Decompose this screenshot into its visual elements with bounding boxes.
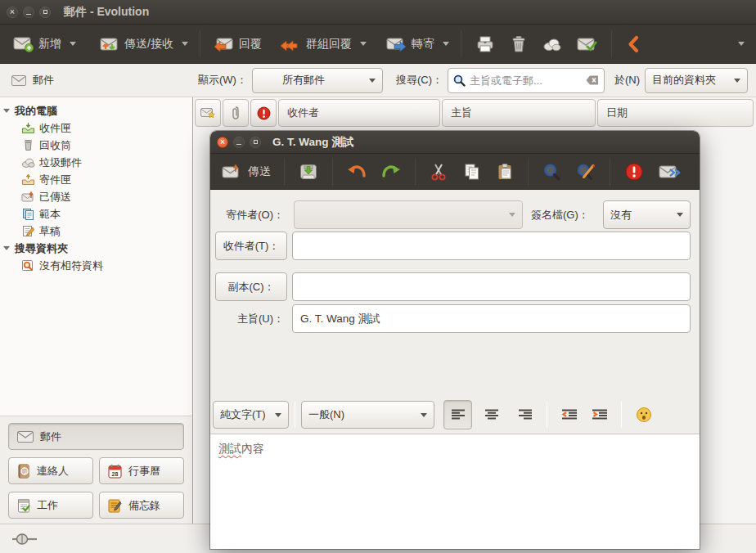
undo-icon bbox=[347, 164, 367, 180]
close-icon[interactable] bbox=[217, 137, 228, 148]
subject-row: 主旨(U)： bbox=[210, 304, 700, 334]
format-mode-dropdown[interactable]: 純文字(T) bbox=[213, 401, 289, 429]
to-button[interactable]: 收件者(T)： bbox=[215, 232, 287, 260]
align-right-button[interactable] bbox=[511, 400, 539, 429]
copy-button[interactable] bbox=[455, 158, 488, 186]
tree-node-unmatched[interactable]: 沒有相符資料 bbox=[0, 257, 192, 274]
date-column-header[interactable]: 日期 bbox=[597, 99, 754, 127]
mark-important-button[interactable] bbox=[617, 157, 651, 187]
scope-label: 於(N) bbox=[614, 73, 640, 88]
show-filter-dropdown[interactable]: 所有郵件 bbox=[252, 68, 383, 93]
switcher-memos-button[interactable]: 備忘錄 bbox=[99, 492, 184, 519]
previous-message-button[interactable] bbox=[619, 30, 648, 58]
paste-button[interactable] bbox=[488, 158, 521, 186]
print-button[interactable] bbox=[468, 30, 502, 58]
redirect-button[interactable] bbox=[651, 159, 688, 185]
reply-button[interactable]: 回覆 bbox=[207, 31, 268, 57]
reply-icon bbox=[214, 36, 234, 52]
inbox-icon bbox=[21, 122, 35, 134]
mail-icon bbox=[11, 75, 26, 86]
to-row: 收件者(T)： bbox=[210, 232, 700, 261]
to-column-header[interactable]: 收件者 bbox=[278, 99, 440, 127]
templates-icon bbox=[21, 208, 35, 220]
tree-node-search-folders[interactable]: 搜尋資料夾 bbox=[0, 240, 192, 257]
tree-node-inbox[interactable]: 收件匣 bbox=[0, 119, 192, 137]
maximize-icon[interactable] bbox=[250, 137, 261, 148]
new-mail-dropdown-icon[interactable] bbox=[70, 42, 76, 46]
attachment-column-header[interactable] bbox=[223, 99, 249, 127]
redo-button[interactable] bbox=[374, 159, 408, 185]
group-reply-dropdown-icon[interactable] bbox=[360, 42, 367, 46]
tree-node-this-computer[interactable]: 我的電腦 bbox=[0, 102, 192, 119]
subject-input[interactable] bbox=[292, 304, 691, 333]
switcher-contacts-button[interactable]: @ 連絡人 bbox=[8, 457, 93, 484]
clear-search-icon[interactable] bbox=[586, 75, 599, 85]
expander-icon[interactable] bbox=[3, 109, 10, 113]
chevron-down-icon bbox=[734, 79, 740, 83]
cc-input[interactable] bbox=[292, 272, 691, 301]
delete-button[interactable] bbox=[502, 30, 535, 58]
group-reply-icon bbox=[280, 36, 301, 52]
align-left-icon bbox=[451, 409, 466, 420]
tree-node-trash[interactable]: 回收筒 bbox=[0, 137, 192, 154]
cc-button[interactable]: 副本(C)： bbox=[215, 272, 287, 301]
switcher-tasks-button[interactable]: 工作 bbox=[8, 492, 93, 519]
to-input[interactable] bbox=[292, 232, 691, 260]
insert-emoji-button[interactable] bbox=[629, 400, 658, 429]
maximize-icon[interactable] bbox=[39, 7, 51, 18]
indent-icon bbox=[592, 409, 608, 420]
indent-button[interactable] bbox=[585, 400, 614, 429]
minimize-icon[interactable] bbox=[23, 7, 34, 18]
align-center-button[interactable] bbox=[477, 400, 506, 429]
toolbar-separator bbox=[284, 158, 285, 186]
tree-node-outbox[interactable]: 寄件匣 bbox=[0, 171, 192, 188]
flag-column-header[interactable] bbox=[195, 99, 221, 127]
compose-titlebar[interactable]: G. T. Wang 測試 bbox=[210, 131, 700, 154]
forward-dropdown-icon[interactable] bbox=[443, 42, 449, 46]
cut-button[interactable] bbox=[422, 158, 455, 186]
memos-icon bbox=[108, 498, 122, 513]
paragraph-style-dropdown[interactable]: 一般(N) bbox=[301, 401, 434, 429]
switcher-mail-button[interactable]: 郵件 bbox=[8, 423, 184, 450]
new-mail-button[interactable]: 新增 bbox=[7, 31, 68, 57]
important-icon bbox=[257, 106, 271, 120]
undo-button[interactable] bbox=[340, 159, 374, 185]
forward-button[interactable]: 轉寄 bbox=[380, 31, 441, 57]
close-icon[interactable] bbox=[7, 7, 18, 18]
switcher-calendar-button[interactable]: 28 行事曆 bbox=[99, 457, 184, 484]
search-input[interactable] bbox=[470, 74, 582, 87]
group-reply-button[interactable]: 群組回覆 bbox=[273, 31, 358, 57]
format-separator bbox=[295, 402, 295, 428]
folder-sidebar: 我的電腦 收件匣 回收筒 垃圾郵件 bbox=[0, 97, 193, 524]
signature-dropdown[interactable]: 沒有 bbox=[603, 200, 691, 229]
align-left-button[interactable] bbox=[443, 400, 472, 429]
expander-icon[interactable] bbox=[3, 246, 10, 250]
paste-icon bbox=[496, 163, 514, 181]
find-replace-button[interactable] bbox=[569, 158, 603, 186]
subject-column-header[interactable]: 主旨 bbox=[442, 99, 596, 127]
message-body-editor[interactable]: 測試內容 bbox=[210, 434, 700, 549]
from-dropdown[interactable] bbox=[294, 200, 523, 229]
send-receive-button[interactable]: 傳送/接收 bbox=[92, 31, 180, 57]
toolbar-overflow-icon[interactable] bbox=[738, 42, 745, 46]
tree-node-templates[interactable]: 範本 bbox=[0, 205, 192, 223]
search-icon bbox=[542, 163, 561, 181]
search-scope-dropdown[interactable]: 目前的資料夾 bbox=[645, 68, 748, 93]
tree-node-drafts[interactable]: 草稿 bbox=[0, 223, 192, 240]
mark-read-button[interactable] bbox=[569, 31, 605, 57]
main-titlebar[interactable]: 郵件 - Evolution bbox=[0, 0, 756, 25]
send-button[interactable]: 傳送 bbox=[215, 159, 277, 185]
tree-node-junk[interactable]: 垃圾郵件 bbox=[0, 154, 192, 171]
save-draft-button[interactable] bbox=[291, 158, 326, 186]
send-receive-dropdown-icon[interactable] bbox=[182, 42, 188, 46]
find-button[interactable] bbox=[535, 158, 569, 186]
toolbar-separator bbox=[415, 158, 416, 186]
minimize-icon[interactable] bbox=[233, 137, 245, 148]
pane-resize-slider[interactable] bbox=[11, 533, 39, 546]
importance-column-header[interactable] bbox=[250, 99, 277, 127]
tree-node-sent[interactable]: 已傳送 bbox=[0, 188, 192, 205]
from-label: 寄件者(O)： bbox=[210, 200, 284, 230]
unindent-button[interactable] bbox=[555, 400, 583, 429]
subject-label: 主旨(U)： bbox=[210, 304, 284, 334]
junk-button[interactable] bbox=[535, 31, 569, 57]
